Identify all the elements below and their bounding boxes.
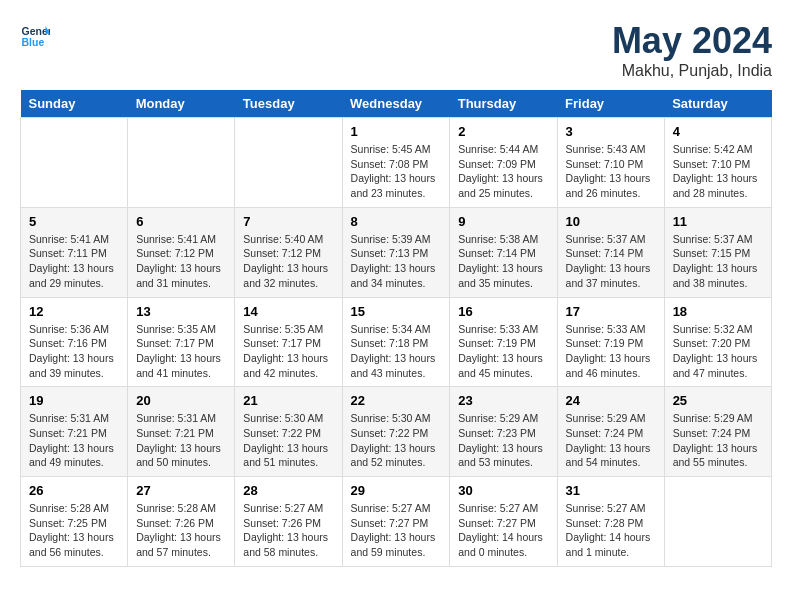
calendar-day-cell: 18Sunrise: 5:32 AMSunset: 7:20 PMDayligh… [664, 297, 771, 387]
day-number: 16 [458, 304, 548, 319]
calendar-day-cell [128, 118, 235, 208]
day-info: Sunrise: 5:31 AMSunset: 7:21 PMDaylight:… [136, 411, 226, 470]
day-of-week-header: Sunday [21, 90, 128, 118]
day-number: 23 [458, 393, 548, 408]
calendar-day-cell: 21Sunrise: 5:30 AMSunset: 7:22 PMDayligh… [235, 387, 342, 477]
calendar-day-cell: 8Sunrise: 5:39 AMSunset: 7:13 PMDaylight… [342, 207, 450, 297]
day-number: 2 [458, 124, 548, 139]
day-number: 19 [29, 393, 119, 408]
day-info: Sunrise: 5:27 AMSunset: 7:27 PMDaylight:… [458, 501, 548, 560]
day-number: 15 [351, 304, 442, 319]
page-header: General Blue May 2024 Makhu, Punjab, Ind… [20, 20, 772, 80]
day-info: Sunrise: 5:34 AMSunset: 7:18 PMDaylight:… [351, 322, 442, 381]
day-info: Sunrise: 5:29 AMSunset: 7:24 PMDaylight:… [566, 411, 656, 470]
day-number: 8 [351, 214, 442, 229]
calendar-day-cell: 11Sunrise: 5:37 AMSunset: 7:15 PMDayligh… [664, 207, 771, 297]
day-of-week-header: Tuesday [235, 90, 342, 118]
day-info: Sunrise: 5:40 AMSunset: 7:12 PMDaylight:… [243, 232, 333, 291]
day-of-week-header: Monday [128, 90, 235, 118]
day-number: 22 [351, 393, 442, 408]
day-info: Sunrise: 5:30 AMSunset: 7:22 PMDaylight:… [243, 411, 333, 470]
day-number: 25 [673, 393, 763, 408]
calendar-week-row: 19Sunrise: 5:31 AMSunset: 7:21 PMDayligh… [21, 387, 772, 477]
calendar-week-row: 26Sunrise: 5:28 AMSunset: 7:25 PMDayligh… [21, 477, 772, 567]
day-number: 18 [673, 304, 763, 319]
day-number: 5 [29, 214, 119, 229]
calendar-day-cell: 7Sunrise: 5:40 AMSunset: 7:12 PMDaylight… [235, 207, 342, 297]
day-number: 21 [243, 393, 333, 408]
day-info: Sunrise: 5:35 AMSunset: 7:17 PMDaylight:… [243, 322, 333, 381]
day-number: 14 [243, 304, 333, 319]
day-info: Sunrise: 5:39 AMSunset: 7:13 PMDaylight:… [351, 232, 442, 291]
day-info: Sunrise: 5:45 AMSunset: 7:08 PMDaylight:… [351, 142, 442, 201]
day-info: Sunrise: 5:27 AMSunset: 7:27 PMDaylight:… [351, 501, 442, 560]
day-info: Sunrise: 5:38 AMSunset: 7:14 PMDaylight:… [458, 232, 548, 291]
day-of-week-header: Saturday [664, 90, 771, 118]
day-number: 26 [29, 483, 119, 498]
calendar-day-cell: 14Sunrise: 5:35 AMSunset: 7:17 PMDayligh… [235, 297, 342, 387]
day-number: 4 [673, 124, 763, 139]
day-info: Sunrise: 5:28 AMSunset: 7:26 PMDaylight:… [136, 501, 226, 560]
day-info: Sunrise: 5:31 AMSunset: 7:21 PMDaylight:… [29, 411, 119, 470]
calendar-day-cell: 1Sunrise: 5:45 AMSunset: 7:08 PMDaylight… [342, 118, 450, 208]
calendar-day-cell [235, 118, 342, 208]
calendar-day-cell: 29Sunrise: 5:27 AMSunset: 7:27 PMDayligh… [342, 477, 450, 567]
day-info: Sunrise: 5:42 AMSunset: 7:10 PMDaylight:… [673, 142, 763, 201]
day-number: 3 [566, 124, 656, 139]
day-of-week-header: Thursday [450, 90, 557, 118]
calendar-day-cell: 25Sunrise: 5:29 AMSunset: 7:24 PMDayligh… [664, 387, 771, 477]
day-info: Sunrise: 5:27 AMSunset: 7:26 PMDaylight:… [243, 501, 333, 560]
day-info: Sunrise: 5:30 AMSunset: 7:22 PMDaylight:… [351, 411, 442, 470]
svg-text:Blue: Blue [22, 36, 45, 48]
day-number: 29 [351, 483, 442, 498]
calendar-week-row: 5Sunrise: 5:41 AMSunset: 7:11 PMDaylight… [21, 207, 772, 297]
calendar-table: SundayMondayTuesdayWednesdayThursdayFrid… [20, 90, 772, 567]
day-info: Sunrise: 5:29 AMSunset: 7:24 PMDaylight:… [673, 411, 763, 470]
day-info: Sunrise: 5:33 AMSunset: 7:19 PMDaylight:… [458, 322, 548, 381]
day-number: 30 [458, 483, 548, 498]
logo-icon: General Blue [20, 20, 50, 50]
calendar-day-cell: 9Sunrise: 5:38 AMSunset: 7:14 PMDaylight… [450, 207, 557, 297]
day-info: Sunrise: 5:32 AMSunset: 7:20 PMDaylight:… [673, 322, 763, 381]
day-of-week-header: Wednesday [342, 90, 450, 118]
calendar-day-cell: 23Sunrise: 5:29 AMSunset: 7:23 PMDayligh… [450, 387, 557, 477]
day-info: Sunrise: 5:37 AMSunset: 7:14 PMDaylight:… [566, 232, 656, 291]
calendar-week-row: 1Sunrise: 5:45 AMSunset: 7:08 PMDaylight… [21, 118, 772, 208]
calendar-day-cell: 28Sunrise: 5:27 AMSunset: 7:26 PMDayligh… [235, 477, 342, 567]
calendar-day-cell: 26Sunrise: 5:28 AMSunset: 7:25 PMDayligh… [21, 477, 128, 567]
day-number: 31 [566, 483, 656, 498]
logo: General Blue [20, 20, 50, 50]
day-info: Sunrise: 5:43 AMSunset: 7:10 PMDaylight:… [566, 142, 656, 201]
calendar-day-cell: 27Sunrise: 5:28 AMSunset: 7:26 PMDayligh… [128, 477, 235, 567]
day-info: Sunrise: 5:41 AMSunset: 7:11 PMDaylight:… [29, 232, 119, 291]
day-info: Sunrise: 5:27 AMSunset: 7:28 PMDaylight:… [566, 501, 656, 560]
calendar-week-row: 12Sunrise: 5:36 AMSunset: 7:16 PMDayligh… [21, 297, 772, 387]
day-info: Sunrise: 5:28 AMSunset: 7:25 PMDaylight:… [29, 501, 119, 560]
day-info: Sunrise: 5:36 AMSunset: 7:16 PMDaylight:… [29, 322, 119, 381]
calendar-day-cell: 20Sunrise: 5:31 AMSunset: 7:21 PMDayligh… [128, 387, 235, 477]
calendar-day-cell: 24Sunrise: 5:29 AMSunset: 7:24 PMDayligh… [557, 387, 664, 477]
day-info: Sunrise: 5:29 AMSunset: 7:23 PMDaylight:… [458, 411, 548, 470]
day-number: 1 [351, 124, 442, 139]
calendar-day-cell: 17Sunrise: 5:33 AMSunset: 7:19 PMDayligh… [557, 297, 664, 387]
day-number: 28 [243, 483, 333, 498]
calendar-day-cell: 2Sunrise: 5:44 AMSunset: 7:09 PMDaylight… [450, 118, 557, 208]
day-number: 6 [136, 214, 226, 229]
day-number: 12 [29, 304, 119, 319]
day-number: 11 [673, 214, 763, 229]
calendar-day-cell: 3Sunrise: 5:43 AMSunset: 7:10 PMDaylight… [557, 118, 664, 208]
calendar-day-cell: 16Sunrise: 5:33 AMSunset: 7:19 PMDayligh… [450, 297, 557, 387]
day-of-week-header: Friday [557, 90, 664, 118]
day-number: 9 [458, 214, 548, 229]
calendar-header-row: SundayMondayTuesdayWednesdayThursdayFrid… [21, 90, 772, 118]
calendar-day-cell: 4Sunrise: 5:42 AMSunset: 7:10 PMDaylight… [664, 118, 771, 208]
calendar-day-cell [21, 118, 128, 208]
calendar-day-cell: 30Sunrise: 5:27 AMSunset: 7:27 PMDayligh… [450, 477, 557, 567]
day-number: 7 [243, 214, 333, 229]
day-info: Sunrise: 5:37 AMSunset: 7:15 PMDaylight:… [673, 232, 763, 291]
calendar-day-cell: 13Sunrise: 5:35 AMSunset: 7:17 PMDayligh… [128, 297, 235, 387]
calendar-title: May 2024 [612, 20, 772, 62]
calendar-day-cell [664, 477, 771, 567]
day-info: Sunrise: 5:33 AMSunset: 7:19 PMDaylight:… [566, 322, 656, 381]
day-info: Sunrise: 5:41 AMSunset: 7:12 PMDaylight:… [136, 232, 226, 291]
